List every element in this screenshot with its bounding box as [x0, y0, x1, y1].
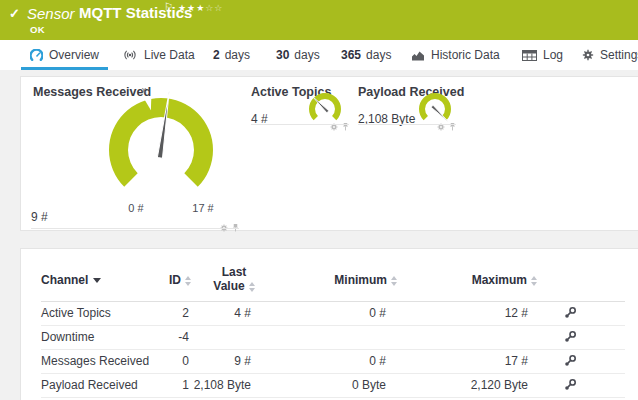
tab-bar: OverviewLive Data2days30days365daysHisto…	[0, 40, 638, 70]
channel-minimum: 0 #	[296, 301, 386, 325]
channel-minimum: 0 Byte	[296, 373, 386, 397]
table-row: Messages Received09 #0 #17 #	[41, 349, 625, 374]
tab-historic-data[interactable]: Historic Data	[411, 40, 500, 70]
column-header-id[interactable]: ID	[131, 273, 191, 287]
column-header-maximum[interactable]: Maximum	[451, 273, 537, 287]
divider	[251, 124, 349, 125]
tab-30-days[interactable]: 30days	[276, 40, 320, 70]
channel-last-value: 9 #	[161, 349, 251, 373]
column-header-channel[interactable]: Channel	[41, 273, 101, 287]
pin-icon[interactable]	[449, 117, 456, 135]
check-icon: ✓	[9, 6, 20, 21]
edit-channel-icon[interactable]	[564, 330, 580, 346]
gauge-marker-label: x	[137, 85, 151, 95]
table-row: Active Topics24 #0 #12 #	[41, 301, 625, 326]
gauge-icon	[30, 49, 43, 62]
status-badge: OK	[30, 24, 45, 35]
tab-label: Settings	[600, 48, 638, 62]
tab-label: Log	[543, 48, 563, 62]
channel-minimum: 0 #	[296, 349, 386, 373]
flag-icon[interactable]	[164, 1, 173, 12]
tab-number: 30	[276, 48, 289, 62]
pin-icon[interactable]	[342, 117, 349, 135]
channel-maximum: 17 #	[438, 349, 528, 373]
edit-channel-icon[interactable]	[564, 354, 580, 370]
tab-label: Live Data	[144, 48, 195, 62]
overview-panel: Messages Received x 0 # 17 # 9 # Active …	[20, 76, 638, 231]
channel-name[interactable]: Downtime	[41, 325, 94, 349]
sort-icon	[531, 276, 537, 286]
gauge-max-label: 17 #	[186, 202, 220, 214]
sensor-kind-label: Sensor	[27, 5, 75, 22]
pin-icon[interactable]	[232, 218, 239, 236]
star-empty: ☆☆	[205, 3, 223, 13]
channel-last-value: 4 #	[161, 301, 251, 325]
broadcast-icon	[122, 49, 138, 61]
tab-settings[interactable]: Settings	[582, 40, 638, 70]
tab-2-days[interactable]: 2days	[213, 40, 250, 70]
channel-maximum: 2,120 Byte	[438, 373, 528, 397]
gear-icon	[582, 49, 594, 61]
tab-label: Historic Data	[431, 48, 500, 62]
page-title: MQTT Statistics	[79, 4, 192, 21]
log-icon	[522, 50, 537, 61]
divider	[358, 124, 456, 125]
tab-label: Overview	[49, 48, 99, 62]
table-row: Downtime-4	[41, 325, 625, 350]
small-gauge-corner-icons	[303, 117, 349, 135]
sort-icon	[249, 282, 255, 292]
channel-id: -4	[121, 325, 189, 349]
tab-365-days[interactable]: 365days	[341, 40, 391, 70]
tab-log[interactable]: Log	[522, 40, 563, 70]
sensor-header: ✓ Sensor MQTT Statistics ★★★☆☆ OK	[0, 0, 638, 40]
primary-gauge-corner-icons	[201, 218, 239, 236]
sort-desc-icon	[93, 278, 101, 283]
tab-number: 2	[213, 48, 220, 62]
star-filled: ★★★	[178, 3, 205, 13]
edit-channel-icon[interactable]	[564, 306, 580, 322]
gear-icon[interactable]	[220, 218, 228, 236]
column-header-last-value[interactable]: Last Value	[191, 265, 277, 293]
gear-icon[interactable]	[330, 117, 338, 135]
channel-table-panel: Channel ID Last Value Minimum Maximum Ac…	[20, 248, 638, 400]
table-row: Payload Received12,108 Byte0 Byte2,120 B…	[41, 373, 625, 398]
table-header-row: Channel ID Last Value Minimum Maximum	[41, 261, 625, 302]
prtg-sensor-page: ✓ Sensor MQTT Statistics ★★★☆☆ OK Overvi…	[0, 0, 638, 400]
channel-name[interactable]: Active Topics	[41, 301, 111, 325]
gauge-min-label: 0 #	[121, 202, 151, 214]
sort-icon	[391, 276, 397, 286]
tab-number: 365	[341, 48, 361, 62]
column-header-minimum[interactable]: Minimum	[311, 273, 397, 287]
primary-gauge-value: 9 #	[31, 210, 48, 224]
tab-overview[interactable]: Overview	[30, 40, 99, 70]
tab-label: days	[366, 48, 391, 62]
rating-stars[interactable]: ★★★☆☆	[178, 3, 223, 13]
channel-maximum: 12 #	[438, 301, 528, 325]
tab-label: days	[225, 48, 250, 62]
chart-icon	[411, 50, 425, 61]
tab-label: days	[294, 48, 319, 62]
channel-last-value: 2,108 Byte	[161, 373, 251, 397]
tab-live-data[interactable]: Live Data	[122, 40, 195, 70]
edit-channel-icon[interactable]	[564, 378, 580, 394]
gear-icon[interactable]	[437, 117, 445, 135]
small-gauge-corner-icons	[410, 117, 456, 135]
divider	[31, 228, 239, 229]
